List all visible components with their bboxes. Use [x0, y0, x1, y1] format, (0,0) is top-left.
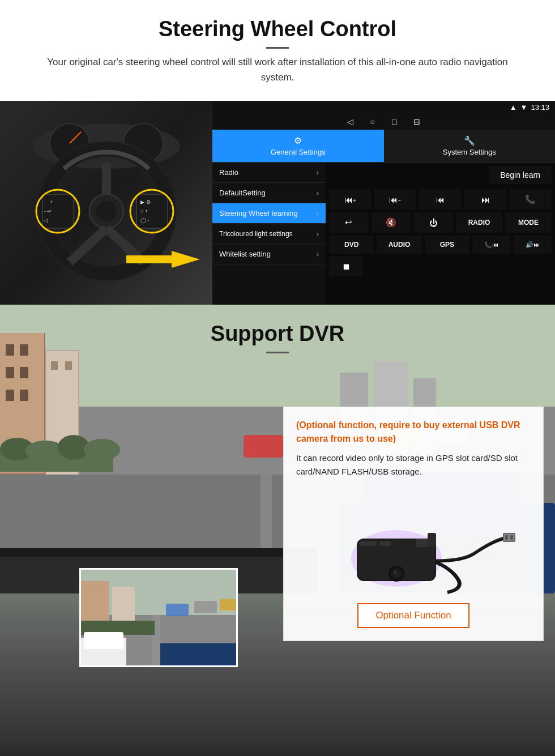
svg-text:○  +: ○ + — [140, 208, 148, 214]
svg-marker-21 — [172, 251, 200, 268]
menu-list: Radio › DefaultSetting › Steering Wheel … — [212, 163, 326, 305]
control-row-2: ↩ 🔇 ⏻ RADIO MODE — [329, 212, 552, 233]
stop-button[interactable]: ⏹ — [329, 257, 363, 276]
menu-whitelist-label: Whitelist setting — [219, 250, 271, 258]
phone-button[interactable]: 📞 — [509, 189, 552, 210]
dvr-title: Support DVR — [23, 322, 532, 346]
svg-text:◁: ◁ — [44, 217, 48, 223]
svg-text:-  ↩: - ↩ — [44, 208, 52, 214]
back-nav-icon[interactable]: ◁ — [347, 117, 353, 126]
svg-rect-66 — [160, 643, 238, 667]
menu-item-default[interactable]: DefaultSetting › — [212, 183, 326, 203]
dvr-info-card: (Optional function, require to buy exter… — [283, 407, 544, 641]
title-divider — [266, 47, 289, 49]
menu-default-label: DefaultSetting — [219, 189, 266, 197]
svg-point-43 — [84, 439, 120, 460]
control-row-4: ⏹ — [329, 257, 552, 276]
svg-rect-73 — [360, 541, 377, 546]
dvr-section: Support DVR — [0, 305, 555, 741]
menu-item-radio[interactable]: Radio › — [212, 163, 326, 183]
dvr-divider — [266, 352, 289, 353]
menu-item-steering[interactable]: Steering Wheel learning › — [212, 203, 326, 224]
svg-text:◯  -: ◯ - — [140, 217, 150, 224]
dvr-title-area: Support DVR — [0, 305, 555, 365]
control-panel: Begin learn ⏮+ ⏮− ⏮ ⏭ 📞 ↩ 🔇 ⏻ RADIO MODE — [326, 163, 555, 305]
control-row-1: ⏮+ ⏮− ⏮ ⏭ 📞 — [329, 189, 552, 210]
svg-rect-31 — [6, 367, 14, 378]
android-tabs: ⚙ General Settings 🔧 System Settings — [212, 130, 555, 163]
chevron-icon: › — [317, 168, 319, 177]
dvr-optional-text: (Optional function, require to buy exter… — [296, 418, 531, 446]
svg-rect-32 — [20, 367, 28, 378]
menu-radio-label: Radio — [219, 168, 238, 177]
svg-rect-68 — [84, 632, 123, 649]
dvr-camera-svg — [306, 485, 521, 598]
vol-down-button[interactable]: ⏮− — [374, 189, 417, 210]
chevron-icon: › — [317, 250, 319, 258]
menu-item-whitelist[interactable]: Whitelist setting › — [212, 244, 326, 264]
dvr-desc-text: It can record video only to storage in G… — [296, 451, 531, 479]
svg-rect-81 — [428, 533, 436, 547]
android-navbar: ◁ ○ □ ⊟ — [212, 114, 555, 130]
begin-learn-button[interactable]: Begin learn — [489, 166, 552, 184]
power-button[interactable]: ⏻ — [413, 212, 453, 233]
audio-button[interactable]: AUDIO — [377, 236, 421, 254]
system-icon: 🔧 — [464, 135, 475, 146]
svg-point-78 — [394, 571, 396, 573]
svg-rect-61 — [112, 587, 135, 626]
svg-rect-34 — [20, 390, 28, 401]
dvd-button[interactable]: DVD — [329, 236, 374, 254]
chevron-icon: › — [317, 189, 319, 197]
svg-rect-74 — [379, 541, 391, 546]
next-button[interactable]: ⏭ — [464, 189, 507, 210]
radio-button[interactable]: RADIO — [456, 212, 502, 233]
steering-subtitle: Your original car's steering wheel contr… — [34, 54, 521, 85]
menu-tricolour-label: Tricoloured light settings — [219, 230, 293, 238]
steering-wheel-svg: + - ↩ ◁ ▶ ⚙ ○ + ◯ - — [13, 112, 200, 293]
tab-system-settings[interactable]: 🔧 System Settings — [384, 130, 556, 162]
menu-steering-label: Steering Wheel learning — [219, 209, 298, 217]
optional-function-button[interactable]: Optional Function — [357, 603, 469, 628]
control-row-3: DVD AUDIO GPS 📞⏮ 🔊⏭ — [329, 236, 552, 254]
svg-text:▶  ⚙: ▶ ⚙ — [140, 199, 151, 205]
svg-rect-63 — [166, 604, 189, 616]
svg-rect-64 — [194, 601, 217, 613]
steering-title-area: Steering Wheel Control Your original car… — [0, 0, 555, 91]
chevron-icon: › — [317, 209, 319, 217]
svg-text:+: + — [50, 199, 53, 205]
prev-button[interactable]: ⏮ — [419, 189, 462, 210]
tab-system-label: System Settings — [443, 148, 496, 156]
dvr-thumbnail — [79, 568, 238, 667]
menu-item-tricolour[interactable]: Tricoloured light settings › — [212, 224, 326, 244]
vol-up-button[interactable]: ⏮+ — [329, 189, 372, 210]
chevron-icon: › — [317, 229, 319, 238]
recent-nav-icon[interactable]: □ — [392, 117, 396, 126]
gps-button[interactable]: GPS — [425, 236, 469, 254]
steering-title: Steering Wheel Control — [23, 17, 532, 41]
phone-next-button[interactable]: 🔊⏭ — [514, 236, 552, 254]
begin-learn-row: Begin learn — [329, 166, 552, 184]
svg-rect-85 — [510, 535, 513, 540]
dvr-camera-image — [296, 488, 531, 595]
svg-rect-47 — [244, 435, 283, 458]
thumb-scene-svg — [81, 570, 238, 667]
phone-prev-button[interactable]: 📞⏮ — [472, 236, 510, 254]
hangup-button[interactable]: ↩ — [329, 212, 369, 233]
thumb-road-scene — [81, 570, 236, 665]
home-nav-icon[interactable]: ○ — [370, 117, 375, 126]
menu-nav-icon[interactable]: ⊟ — [413, 117, 420, 126]
steering-block: + - ↩ ◁ ▶ ⚙ ○ + ◯ - ▲ ▼ 13:13 ◁ ○ — [0, 101, 555, 305]
tab-general-label: General Settings — [271, 148, 326, 156]
page-bottom — [0, 741, 555, 756]
svg-rect-56 — [0, 548, 317, 557]
gear-icon: ⚙ — [294, 135, 302, 146]
tab-general-settings[interactable]: ⚙ General Settings — [212, 130, 384, 162]
svg-rect-65 — [220, 599, 238, 610]
svg-line-9 — [70, 228, 106, 262]
mode-button[interactable]: MODE — [505, 212, 552, 233]
steering-photo: + - ↩ ◁ ▶ ⚙ ○ + ◯ - — [0, 101, 212, 305]
wifi-icon: ▼ — [520, 103, 528, 112]
svg-rect-33 — [6, 390, 14, 401]
mute-button[interactable]: 🔇 — [372, 212, 411, 233]
android-statusbar: ▲ ▼ 13:13 — [212, 101, 555, 114]
